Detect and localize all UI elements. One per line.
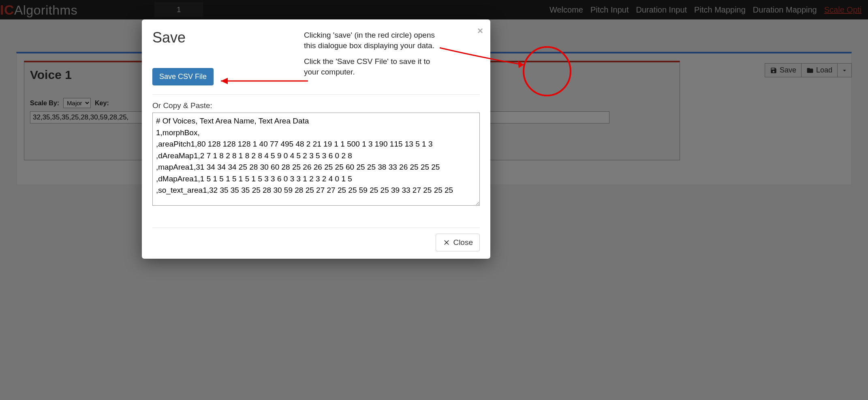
csv-data-textarea[interactable] <box>152 113 480 206</box>
modal-divider <box>152 94 480 95</box>
modal-close-label: Close <box>453 238 473 247</box>
modal-close-x[interactable]: × <box>477 25 483 36</box>
save-modal: × Save Clicking 'save' (in the red circl… <box>142 19 490 259</box>
modal-footer: Close <box>152 228 480 251</box>
modal-close-button[interactable]: Close <box>436 234 480 251</box>
instruction-line-2: Click the 'Save CSV File' to save it to … <box>304 56 442 77</box>
save-csv-file-label: Save CSV File <box>159 72 207 81</box>
copy-paste-label: Or Copy & Paste: <box>152 101 480 110</box>
instruction-line-1: Clicking 'save' (in the red circle) open… <box>304 30 442 51</box>
modal-instructions: Clicking 'save' (in the red circle) open… <box>304 30 442 83</box>
save-csv-file-button[interactable]: Save CSV File <box>152 68 214 85</box>
close-icon <box>443 238 451 247</box>
